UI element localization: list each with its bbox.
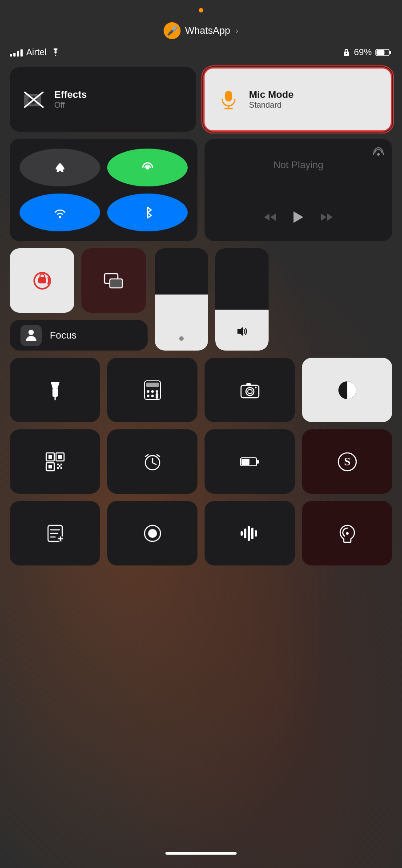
svg-point-37 bbox=[151, 395, 154, 397]
row-bottom-3 bbox=[10, 501, 392, 565]
whatsapp-mic-bar[interactable]: 🎤 WhatsApp › bbox=[164, 22, 238, 39]
svg-point-26 bbox=[28, 330, 34, 335]
whatsapp-chevron: › bbox=[236, 26, 238, 36]
sound-analysis-tile[interactable] bbox=[205, 501, 295, 565]
signal-bar-2 bbox=[13, 53, 16, 57]
svg-point-41 bbox=[248, 389, 252, 394]
svg-rect-49 bbox=[58, 455, 62, 459]
svg-rect-42 bbox=[246, 383, 251, 386]
effects-text: Effects Off bbox=[54, 89, 87, 110]
svg-rect-75 bbox=[241, 531, 243, 536]
wifi-toggle-button[interactable] bbox=[20, 194, 100, 231]
svg-rect-76 bbox=[244, 529, 246, 538]
whatsapp-mic-icon: 🎤 bbox=[164, 22, 181, 39]
svg-rect-22 bbox=[38, 277, 46, 283]
svg-point-43 bbox=[255, 387, 257, 388]
svg-point-35 bbox=[156, 390, 158, 393]
effects-camera-icon bbox=[22, 88, 45, 111]
lock-icon bbox=[342, 48, 350, 57]
svg-point-33 bbox=[147, 390, 149, 393]
svg-rect-38 bbox=[156, 393, 158, 399]
svg-marker-16 bbox=[264, 214, 269, 221]
svg-marker-20 bbox=[327, 214, 333, 221]
svg-rect-54 bbox=[60, 467, 62, 469]
svg-rect-52 bbox=[60, 464, 62, 465]
svg-rect-32 bbox=[146, 383, 159, 387]
airplay-icon bbox=[373, 146, 384, 159]
mic-mode-tile[interactable]: Mic Mode Standard bbox=[203, 67, 392, 132]
notes-add-tile[interactable] bbox=[10, 501, 100, 565]
brightness-slider[interactable] bbox=[155, 248, 208, 351]
svg-line-60 bbox=[157, 455, 160, 456]
svg-rect-77 bbox=[248, 526, 250, 541]
focus-icon bbox=[20, 325, 42, 346]
display-settings-tile[interactable] bbox=[302, 358, 392, 422]
row-top: Effects Off Mic Mode Standard bbox=[10, 67, 392, 132]
cc-grid: Effects Off Mic Mode Standard bbox=[10, 67, 392, 565]
rewind-button[interactable] bbox=[263, 212, 277, 226]
svg-rect-28 bbox=[52, 388, 58, 397]
focus-label: Focus bbox=[50, 330, 76, 341]
effects-tile[interactable]: Effects Off bbox=[10, 67, 196, 132]
control-center: 🎤 WhatsApp › Airtel bbox=[0, 0, 402, 868]
svg-point-13 bbox=[146, 166, 149, 170]
screen-record-tile[interactable] bbox=[107, 501, 197, 565]
misc-left: Focus bbox=[10, 248, 148, 351]
status-bar: Airtel 69% bbox=[10, 47, 392, 57]
screen-mirror-tile[interactable] bbox=[81, 248, 146, 313]
svg-point-40 bbox=[246, 388, 254, 396]
effects-title: Effects bbox=[54, 89, 87, 101]
calculator-tile[interactable] bbox=[107, 358, 197, 422]
forward-button[interactable] bbox=[320, 212, 334, 226]
svg-point-36 bbox=[147, 395, 149, 397]
cellular-hotspot-button[interactable] bbox=[107, 149, 188, 186]
camera-tile[interactable] bbox=[205, 358, 295, 422]
svg-rect-10 bbox=[225, 91, 232, 101]
svg-point-34 bbox=[151, 390, 154, 393]
status-left: Airtel bbox=[10, 47, 61, 57]
alarm-tile[interactable] bbox=[107, 429, 197, 494]
row-network: Not Playing bbox=[10, 139, 392, 241]
qr-scanner-tile[interactable] bbox=[10, 429, 100, 494]
mic-subtitle: Standard bbox=[249, 101, 293, 110]
svg-marker-19 bbox=[321, 214, 326, 221]
svg-marker-29 bbox=[51, 382, 60, 388]
brightness-fill bbox=[155, 295, 208, 351]
svg-point-15 bbox=[377, 153, 380, 156]
svg-rect-51 bbox=[57, 464, 59, 465]
signal-bar-3 bbox=[17, 51, 19, 57]
svg-marker-18 bbox=[293, 211, 303, 223]
volume-slider[interactable] bbox=[215, 248, 269, 351]
svg-rect-48 bbox=[48, 455, 52, 459]
row-bottom-1 bbox=[10, 358, 392, 422]
carrier-name: Airtel bbox=[26, 47, 47, 57]
airplane-mode-button[interactable] bbox=[20, 149, 100, 186]
play-button[interactable] bbox=[293, 210, 304, 227]
svg-rect-53 bbox=[57, 467, 59, 469]
svg-line-59 bbox=[145, 455, 148, 456]
svg-rect-50 bbox=[48, 465, 52, 468]
now-playing-tile[interactable]: Not Playing bbox=[205, 139, 392, 241]
shazam-tile[interactable]: S bbox=[302, 429, 392, 494]
bluetooth-toggle-button[interactable] bbox=[107, 194, 188, 231]
row-bottom-2: S bbox=[10, 429, 392, 494]
focus-tile[interactable]: Focus bbox=[10, 320, 148, 351]
svg-rect-62 bbox=[257, 460, 259, 464]
svg-rect-55 bbox=[59, 465, 60, 467]
playback-controls bbox=[214, 210, 382, 227]
flashlight-tile[interactable] bbox=[10, 358, 100, 422]
status-right: 69% bbox=[342, 47, 392, 57]
svg-rect-4 bbox=[377, 50, 385, 55]
wifi-status-icon bbox=[50, 48, 61, 57]
svg-rect-3 bbox=[389, 51, 391, 54]
svg-point-80 bbox=[346, 532, 349, 535]
svg-text:S: S bbox=[344, 455, 350, 468]
background-sounds-tile[interactable] bbox=[302, 501, 392, 565]
mic-text: Mic Mode Standard bbox=[249, 89, 293, 110]
svg-point-1 bbox=[346, 52, 347, 54]
whatsapp-app-name: WhatsApp bbox=[185, 25, 230, 36]
battery-tile[interactable] bbox=[205, 429, 295, 494]
orientation-lock-tile[interactable] bbox=[10, 248, 74, 313]
brightness-indicator bbox=[179, 336, 184, 341]
recording-indicator-dot bbox=[199, 8, 203, 12]
